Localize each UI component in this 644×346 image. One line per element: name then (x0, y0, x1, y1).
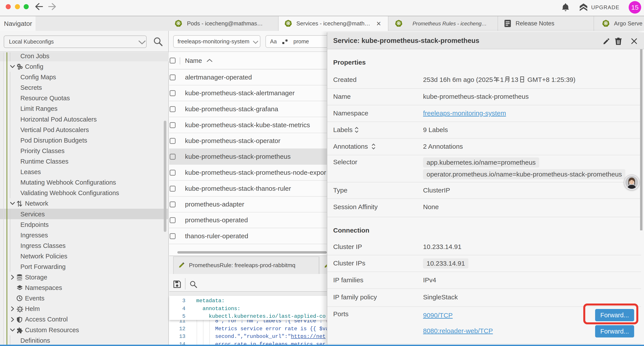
svg-text:HELM: HELM (18, 308, 22, 310)
